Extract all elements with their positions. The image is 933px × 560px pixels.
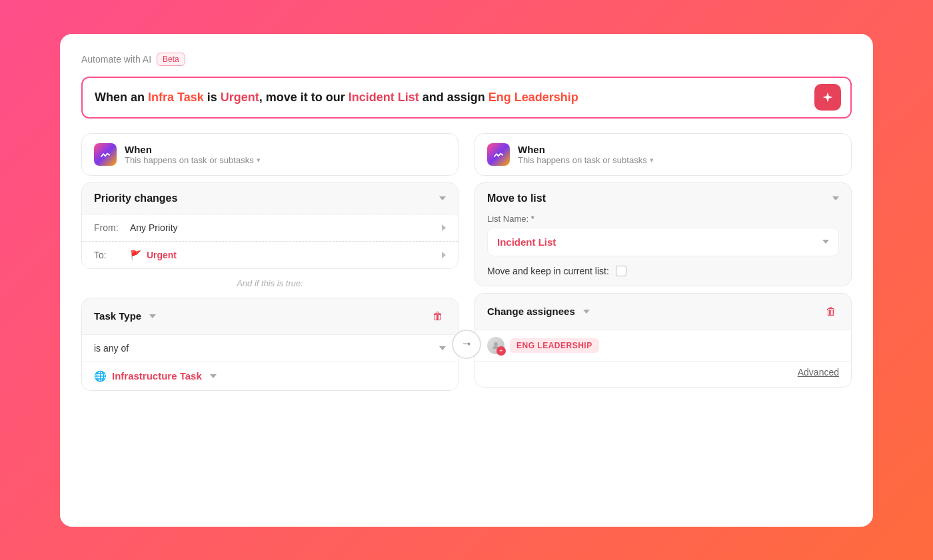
incident-list-value: Incident List <box>497 236 556 248</box>
change-assignees-label: Change assignees <box>487 306 575 317</box>
from-chevron-right <box>442 224 446 231</box>
to-chevron-right <box>442 252 446 258</box>
advanced-link[interactable]: Advanced <box>798 367 839 378</box>
and-if-label: And if this is true: <box>81 276 459 291</box>
infra-task-value: Infrastructure Task <box>112 370 202 382</box>
two-column-layout: → When This happens on task or subtasks … <box>81 133 852 391</box>
clickup-logo-left <box>94 143 117 166</box>
task-type-chevron <box>149 314 156 318</box>
urgent-flag-icon: 🚩 <box>130 250 141 260</box>
when-text-right: When This happens on task or subtasks ▾ <box>518 144 654 165</box>
when-title-left: When <box>125 144 261 155</box>
to-label: To: <box>94 250 122 260</box>
keep-in-list-row: Move and keep in current list: <box>475 266 851 286</box>
is-any-of-row[interactable]: is any of <box>82 334 458 362</box>
list-name-label: List Name: * <box>487 214 839 224</box>
eng-leadership-row: + ENG LEADERSHIP <box>475 330 851 361</box>
when-text-left: When This happens on task or subtasks ▾ <box>125 144 261 165</box>
assignees-delete-button[interactable]: 🗑 <box>823 303 839 320</box>
task-type-label: Task Type <box>94 310 141 322</box>
when-subtitle-right: This happens on task or subtasks ▾ <box>518 155 654 165</box>
advanced-row: Advanced <box>475 361 851 387</box>
priority-changes-card: Priority changes From: Any Priority To: … <box>81 182 459 269</box>
prompt-incident-list: Incident List <box>349 91 419 104</box>
priority-changes-label: Priority changes <box>94 192 177 204</box>
prompt-eng-leadership: Eng Leadership <box>488 91 578 104</box>
ai-generate-button[interactable] <box>814 84 841 111</box>
when-card-right: When This happens on task or subtasks ▾ <box>474 133 852 176</box>
is-any-of-label: is any of <box>94 343 129 354</box>
when-title-right: When <box>518 144 654 155</box>
left-column: When This happens on task or subtasks ▾ … <box>81 133 459 391</box>
clickup-logo-right <box>487 143 510 166</box>
from-value: Any Priority <box>130 222 431 233</box>
ai-prompt-box: When an Infra Task is Urgent, move it to… <box>81 77 852 119</box>
keep-in-list-label: Move and keep in current list: <box>487 266 609 276</box>
change-assignees-card: Change assignees 🗑 + <box>474 293 852 388</box>
priority-chevron-down <box>439 196 446 200</box>
automate-label: Automate with AI <box>81 54 151 65</box>
to-row[interactable]: To: 🚩 Urgent <box>82 242 458 268</box>
avatar-plus-icon: + <box>496 346 506 356</box>
when-subtitle-left: This happens on task or subtasks ▾ <box>125 155 261 165</box>
clickup-icon-left <box>99 148 111 160</box>
priority-changes-row[interactable]: Priority changes <box>82 183 458 214</box>
incident-list-chevron <box>822 240 829 244</box>
when-card-left: When This happens on task or subtasks ▾ <box>81 133 459 176</box>
infra-task-chevron <box>210 374 217 378</box>
prompt-infra-task: Infra Task <box>148 91 204 104</box>
main-card: Automate with AI Beta When an Infra Task… <box>60 34 873 527</box>
ai-prompt-text: When an Infra Task is Urgent, move it to… <box>95 89 816 107</box>
incident-list-row[interactable]: Incident List <box>487 228 839 256</box>
keep-in-list-checkbox[interactable] <box>616 266 626 276</box>
from-row[interactable]: From: Any Priority <box>82 214 458 241</box>
change-assignees-row: Change assignees 🗑 <box>475 294 851 330</box>
clickup-icon-right <box>492 148 504 160</box>
prompt-part1: When an <box>95 91 148 104</box>
beta-badge: Beta <box>157 53 185 66</box>
change-assignees-chevron <box>583 310 590 314</box>
move-to-list-label: Move to list <box>487 192 546 204</box>
move-to-list-row[interactable]: Move to list <box>475 183 851 214</box>
prompt-part3: , move it to our <box>259 91 349 104</box>
list-name-section: List Name: * Incident List <box>475 214 851 266</box>
prompt-part4: and assign <box>419 91 488 104</box>
eng-leadership-badge: ENG LEADERSHIP <box>510 338 599 353</box>
task-type-row: Task Type 🗑 <box>82 298 458 334</box>
avatar-group: + <box>487 337 504 354</box>
avatar: + <box>487 337 504 354</box>
move-to-list-card: Move to list List Name: * Incident List … <box>474 182 852 286</box>
svg-point-0 <box>494 342 498 346</box>
right-column: When This happens on task or subtasks ▾ … <box>474 133 852 391</box>
move-to-list-chevron <box>832 196 839 200</box>
sparkle-icon <box>822 91 834 103</box>
globe-icon: 🌐 <box>94 370 107 382</box>
prompt-urgent: Urgent <box>221 91 259 104</box>
is-any-of-chevron <box>439 346 446 350</box>
prompt-part2: is <box>204 91 221 104</box>
automate-header: Automate with AI Beta <box>81 53 852 66</box>
when-chevron-right: ▾ <box>650 156 654 164</box>
to-value: 🚩 Urgent <box>130 250 431 260</box>
task-type-delete-button[interactable]: 🗑 <box>430 308 446 325</box>
infra-task-row[interactable]: 🌐 Infrastructure Task <box>82 362 458 390</box>
task-type-card: Task Type 🗑 is any of 🌐 Infrastructure T… <box>81 298 459 391</box>
when-chevron-left: ▾ <box>257 156 261 164</box>
arrow-connector: → <box>452 330 481 359</box>
from-label: From: <box>94 222 122 233</box>
